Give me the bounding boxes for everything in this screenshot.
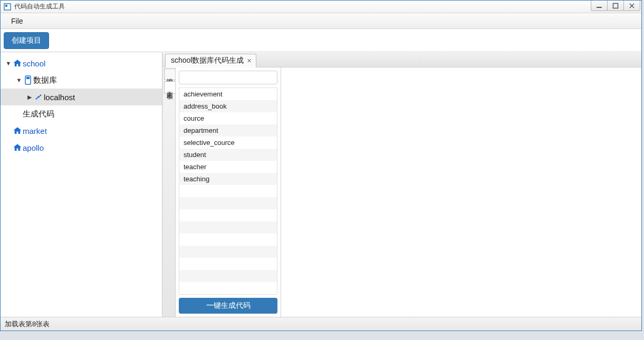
list-item-label: selective_cource <box>184 139 235 147</box>
table-list-panel: achievement address_book cource departme… <box>176 67 281 317</box>
list-item[interactable]: cource <box>179 112 277 124</box>
app-window: 代码自动生成工具 File 创建项目 ▼ school <box>0 0 642 331</box>
list-item[interactable] <box>179 209 277 221</box>
create-project-button[interactable]: 创建项目 <box>4 32 49 49</box>
caret-down-icon: ▼ <box>15 77 23 83</box>
svg-rect-3 <box>613 3 618 8</box>
maximize-button[interactable] <box>607 1 624 11</box>
tree-item-market[interactable]: market <box>1 122 162 139</box>
minimize-button[interactable] <box>591 1 608 11</box>
tab-codegen[interactable]: school数据库代码生成 × <box>165 54 256 67</box>
svg-rect-5 <box>26 77 30 79</box>
list-item[interactable]: student <box>179 149 277 161</box>
svg-point-8 <box>37 96 39 98</box>
tree-label: 数据库 <box>33 75 57 85</box>
list-item-label: department <box>184 127 218 134</box>
tree-label: 生成代码 <box>23 109 54 119</box>
database-icon <box>23 75 33 85</box>
list-item[interactable]: achievement <box>179 88 277 100</box>
list-item[interactable] <box>179 221 277 234</box>
list-item-label: achievement <box>184 90 223 98</box>
list-item-label: address_book <box>184 102 227 110</box>
side-tab-main-panel[interactable]: 主面板 <box>164 81 175 94</box>
tree-label: school <box>23 59 45 68</box>
tree-item-generate-code[interactable]: 生成代码 <box>1 105 162 122</box>
close-icon[interactable]: × <box>247 56 251 65</box>
list-item[interactable] <box>179 234 277 246</box>
list-item-label: student <box>184 151 206 159</box>
list-item-label: cource <box>184 114 204 122</box>
tree-item-database[interactable]: ▼ 数据库 <box>1 72 162 89</box>
list-item[interactable]: teacher <box>179 161 277 173</box>
svg-rect-2 <box>597 7 602 8</box>
app-icon <box>4 3 11 11</box>
toolbar: 创建项目 <box>1 29 641 52</box>
tabstrip: school数据库代码生成 × <box>163 53 641 67</box>
window-title: 代码自动生成工具 <box>14 2 65 11</box>
list-item[interactable] <box>179 246 277 258</box>
content-area: school数据库代码生成 × 设置 主面板 achievement addre… <box>162 53 641 317</box>
tree-item-localhost[interactable]: ▶ localhost <box>1 89 162 105</box>
table-list[interactable]: achievement address_book cource departme… <box>179 88 277 295</box>
home-icon <box>12 59 23 68</box>
tree-label: market <box>23 127 47 135</box>
home-icon <box>12 126 23 135</box>
side-tab-settings[interactable]: 设置 <box>164 69 175 80</box>
svg-point-6 <box>36 98 37 100</box>
statusbar: 加载表第8张表 <box>1 317 641 331</box>
list-item[interactable]: department <box>179 124 277 137</box>
project-tree: ▼ school ▼ 数据库 ▶ <box>1 53 162 156</box>
svg-point-7 <box>40 94 42 96</box>
connection-icon <box>33 93 44 101</box>
side-tabs: 设置 主面板 <box>163 67 176 317</box>
detail-panel <box>281 67 641 317</box>
search-input[interactable] <box>179 71 277 84</box>
window-controls <box>591 1 640 11</box>
generate-code-button[interactable]: 一键生成代码 <box>179 298 277 314</box>
list-item[interactable] <box>179 258 277 270</box>
list-item-label: teacher <box>184 163 206 171</box>
caret-right-icon: ▶ <box>26 94 33 101</box>
status-text: 加载表第8张表 <box>5 319 50 329</box>
list-item[interactable] <box>179 282 277 294</box>
close-button[interactable] <box>623 1 640 11</box>
list-item[interactable] <box>179 294 277 295</box>
list-item[interactable] <box>179 185 277 197</box>
menu-file[interactable]: File <box>7 15 27 27</box>
tree-label: apollo <box>23 143 44 152</box>
sidebar: ▼ school ▼ 数据库 ▶ <box>1 53 162 317</box>
titlebar: 代码自动生成工具 <box>1 1 641 13</box>
list-item[interactable]: selective_cource <box>179 137 277 149</box>
list-item[interactable]: teaching <box>179 173 277 185</box>
list-item-label: teaching <box>184 175 209 183</box>
list-item[interactable] <box>179 197 277 209</box>
list-item[interactable]: address_book <box>179 100 277 112</box>
home-icon <box>12 143 23 152</box>
tree-label: localhost <box>44 93 75 102</box>
caret-down-icon: ▼ <box>5 60 12 66</box>
svg-rect-1 <box>5 5 7 7</box>
menubar: File <box>1 13 641 29</box>
tree-item-apollo[interactable]: apollo <box>1 139 162 156</box>
panel-body: 设置 主面板 achievement address_book cource d… <box>163 67 641 317</box>
tree-item-school[interactable]: ▼ school <box>1 55 162 72</box>
list-item[interactable] <box>179 270 277 282</box>
main-area: ▼ school ▼ 数据库 ▶ <box>1 53 641 317</box>
tab-label: school数据库代码生成 <box>171 56 244 65</box>
